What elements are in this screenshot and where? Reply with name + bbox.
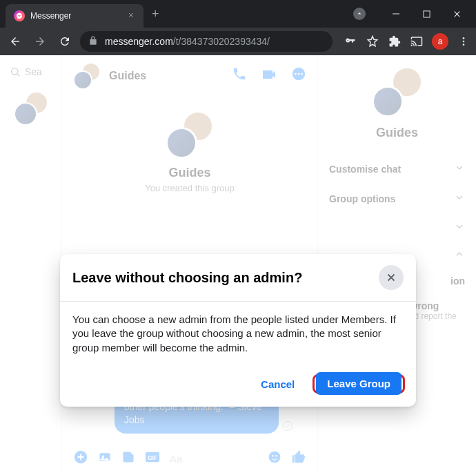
maximize-button[interactable]: [413, 3, 440, 25]
close-tab-icon[interactable]: [127, 11, 135, 21]
cast-icon[interactable]: [410, 35, 424, 48]
close-window-button[interactable]: [443, 3, 470, 25]
extensions-icon[interactable]: [388, 35, 401, 48]
address-icons: a: [344, 33, 470, 50]
bookmark-star-icon[interactable]: [366, 35, 379, 48]
url-field[interactable]: messenger.com/t/3843730202393434/: [80, 31, 333, 52]
key-icon[interactable]: [344, 35, 357, 48]
modal-backdrop[interactable]: Leave without choosing an admin? You can…: [0, 55, 476, 475]
svg-point-4: [463, 43, 465, 46]
messenger-content: Sea Guides Guides You created this group: [0, 55, 476, 475]
browser-window: Messenger + messenger.com/t/384373020239…: [0, 0, 476, 475]
messenger-icon: [14, 10, 25, 21]
forward-button[interactable]: [30, 32, 50, 51]
address-bar: messenger.com/t/3843730202393434/ a: [0, 28, 476, 55]
tab-bar: Messenger +: [0, 0, 476, 28]
leave-group-modal: Leave without choosing an admin? You can…: [60, 254, 416, 407]
url-host: messenger.com: [105, 36, 173, 47]
new-tab-button[interactable]: +: [152, 7, 159, 21]
svg-point-3: [463, 41, 465, 43]
minimize-button[interactable]: [382, 3, 410, 25]
modal-body: You can choose a new admin from the peop…: [60, 302, 416, 366]
browser-tab[interactable]: Messenger: [6, 4, 143, 28]
leave-group-button[interactable]: Leave Group: [316, 372, 401, 395]
reload-button[interactable]: [55, 32, 75, 51]
profile-avatar[interactable]: a: [432, 33, 448, 50]
svg-rect-1: [423, 10, 429, 17]
svg-point-2: [463, 37, 465, 39]
url-path: /t/3843730202393434/: [173, 36, 270, 47]
modal-title: Leave without choosing an admin?: [72, 270, 302, 286]
lock-icon: [88, 36, 98, 48]
cancel-button[interactable]: Cancel: [251, 373, 304, 396]
close-button[interactable]: [379, 265, 404, 290]
back-button[interactable]: [6, 32, 25, 51]
menu-icon[interactable]: [457, 35, 470, 48]
highlight-annotation: Leave Group: [313, 374, 405, 394]
close-icon: [385, 271, 397, 284]
window-controls: [353, 3, 470, 25]
profile-switcher-icon[interactable]: [353, 8, 366, 20]
tab-title: Messenger: [30, 11, 121, 21]
